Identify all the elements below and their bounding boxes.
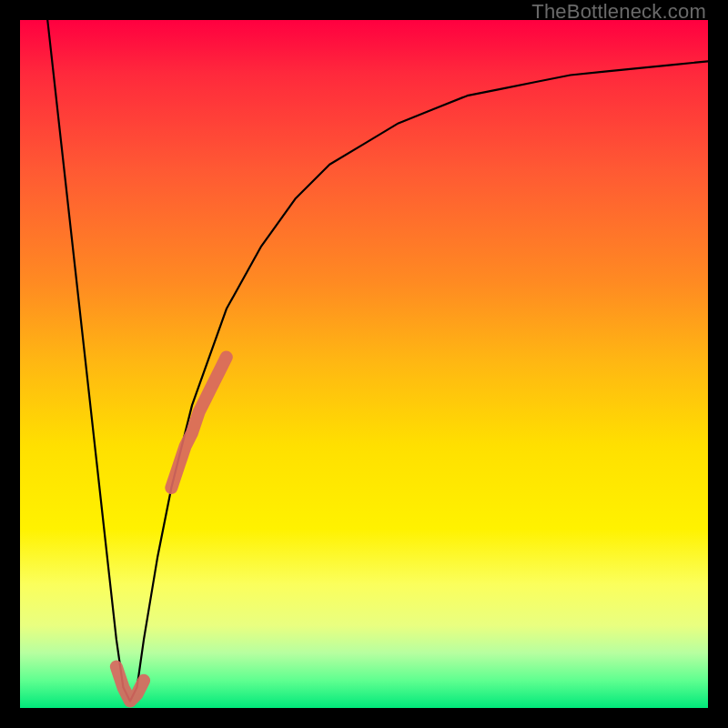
bottleneck-curve: [47, 20, 708, 701]
watermark-text: TheBottleneck.com: [531, 0, 706, 24]
highlight-segment-right: [171, 357, 226, 488]
plot-area: [20, 20, 708, 708]
outer-frame: TheBottleneck.com: [0, 0, 728, 728]
chart-svg: [20, 20, 708, 708]
